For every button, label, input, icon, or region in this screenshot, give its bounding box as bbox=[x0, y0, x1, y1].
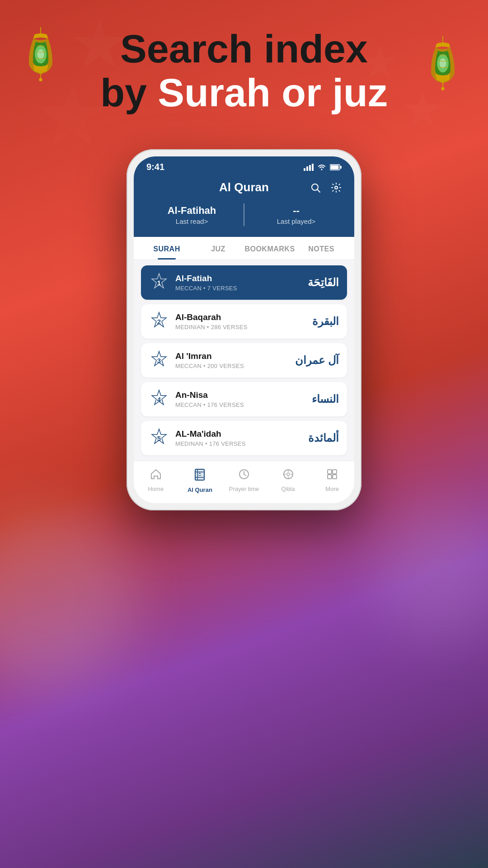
surah-meta-1: MECCAN • 7 VERSES bbox=[175, 285, 301, 292]
header-icons bbox=[308, 180, 343, 198]
nav-qibla[interactable]: Qibla bbox=[266, 466, 310, 496]
svg-rect-19 bbox=[306, 166, 308, 171]
svg-rect-34 bbox=[195, 469, 204, 480]
svg-point-28 bbox=[335, 186, 338, 189]
nav-qibla-label: Qibla bbox=[281, 486, 295, 492]
tab-surah[interactable]: SURAH bbox=[141, 237, 192, 259]
surah-number-text-5: 5 bbox=[157, 434, 161, 442]
svg-rect-40 bbox=[333, 470, 337, 474]
surah-number-text-1: 1 bbox=[157, 279, 161, 287]
last-read-label: Last read> bbox=[145, 217, 239, 225]
phone-frame: 9:41 bbox=[127, 149, 361, 510]
svg-rect-39 bbox=[328, 470, 332, 474]
svg-rect-41 bbox=[328, 475, 332, 479]
hero-title-line1: Search index bbox=[0, 27, 488, 71]
surah-info-5: AL-Ma'idah MEDINAN • 176 VERSES bbox=[175, 429, 302, 447]
surah-name-2: Al-Baqarah bbox=[175, 312, 306, 322]
phone-notch bbox=[210, 156, 278, 170]
surah-number-text-4: 4 bbox=[157, 396, 161, 403]
nav-home[interactable]: Home bbox=[134, 466, 178, 496]
surah-info-1: Al-Fatiah MECCAN • 7 VERSES bbox=[175, 274, 301, 292]
svg-rect-24 bbox=[331, 165, 339, 169]
last-read-bar: Al-Fatihah Last read> -- Last played> bbox=[145, 200, 343, 228]
svg-rect-20 bbox=[309, 165, 311, 171]
svg-point-38 bbox=[287, 473, 290, 476]
surah-number-5: 5 bbox=[149, 428, 169, 448]
svg-rect-18 bbox=[304, 168, 305, 171]
surah-number-text-2: 2 bbox=[157, 318, 161, 326]
app-title: Al Quran bbox=[219, 180, 269, 194]
prayer-time-icon bbox=[238, 468, 250, 483]
search-button[interactable] bbox=[308, 180, 323, 198]
surah-number-2: 2 bbox=[149, 311, 169, 331]
nav-home-label: Home bbox=[148, 486, 164, 492]
hero-text: Search index by Surah or juz bbox=[0, 27, 488, 115]
svg-rect-25 bbox=[340, 166, 342, 169]
more-icon bbox=[326, 468, 338, 483]
qibla-icon bbox=[282, 468, 294, 483]
surah-number-4: 4 bbox=[149, 389, 169, 409]
nav-al-quran-label: Al Quran bbox=[188, 486, 212, 493]
tab-bar: SURAH JUZ BOOKMARKS NOTES bbox=[134, 237, 354, 260]
surah-arabic-5: ألمائدة bbox=[308, 432, 339, 444]
surah-item-3[interactable]: 3 Al 'Imran MECCAN • 200 VERSES آل عمران bbox=[141, 343, 347, 377]
svg-point-22 bbox=[321, 169, 323, 170]
surah-item-1[interactable]: 1 Al-Fatiah MECCAN • 7 VERSES الفَاتِحَة bbox=[141, 265, 347, 300]
surah-info-4: An-Nisa MECCAN • 176 VERSES bbox=[175, 390, 305, 408]
phone-mockup: 9:41 bbox=[127, 149, 361, 510]
nav-prayer-time-label: Prayer time bbox=[229, 486, 259, 492]
surah-name-5: AL-Ma'idah bbox=[175, 429, 302, 439]
surah-item-4[interactable]: 4 An-Nisa MECCAN • 176 VERSES النساء bbox=[141, 382, 347, 416]
search-icon bbox=[310, 182, 321, 193]
nav-al-quran[interactable]: Al Quran bbox=[178, 466, 222, 496]
last-played-title: -- bbox=[249, 205, 343, 217]
surah-name-4: An-Nisa bbox=[175, 390, 305, 400]
surah-arabic-2: البقرة bbox=[312, 315, 339, 328]
battery-icon bbox=[330, 164, 342, 170]
svg-rect-21 bbox=[312, 164, 314, 171]
surah-meta-5: MEDINAN • 176 VERSES bbox=[175, 440, 302, 447]
status-time: 9:41 bbox=[146, 162, 164, 172]
surah-info-2: Al-Baqarah MEDINIAN • 286 VERSES bbox=[175, 312, 306, 330]
last-read-divider bbox=[244, 203, 244, 226]
phone-screen: 9:41 bbox=[134, 156, 354, 503]
surah-arabic-3: آل عمران bbox=[295, 354, 339, 367]
app-header-top: Al Quran bbox=[145, 180, 343, 200]
last-played-section[interactable]: -- Last played> bbox=[249, 205, 343, 225]
surah-arabic-1: الفَاتِحَة bbox=[308, 276, 339, 289]
svg-line-27 bbox=[317, 189, 320, 192]
last-played-label: Last played> bbox=[249, 217, 343, 225]
nav-prayer-time[interactable]: Prayer time bbox=[222, 466, 266, 496]
settings-button[interactable] bbox=[329, 180, 343, 198]
tab-notes[interactable]: NOTES bbox=[296, 237, 347, 259]
surah-list: 1 Al-Fatiah MECCAN • 7 VERSES الفَاتِحَة bbox=[134, 260, 354, 461]
bottom-nav: Home Al Quran bbox=[134, 461, 354, 503]
tab-juz[interactable]: JUZ bbox=[192, 237, 244, 259]
wifi-icon bbox=[317, 164, 326, 171]
surah-meta-3: MECCAN • 200 VERSES bbox=[175, 363, 289, 369]
hero-title-line2: by Surah or juz bbox=[0, 71, 488, 115]
al-quran-icon bbox=[193, 468, 206, 484]
svg-rect-42 bbox=[333, 475, 337, 479]
surah-name-3: Al 'Imran bbox=[175, 351, 289, 361]
surah-info-3: Al 'Imran MECCAN • 200 VERSES bbox=[175, 351, 289, 369]
nav-more[interactable]: More bbox=[310, 466, 354, 496]
settings-icon bbox=[331, 182, 342, 193]
nav-more-label: More bbox=[325, 486, 339, 492]
surah-item-2[interactable]: 2 Al-Baqarah MEDINIAN • 286 VERSES البقر… bbox=[141, 304, 347, 339]
hero-line2-normal: by bbox=[100, 70, 158, 115]
home-icon bbox=[150, 468, 162, 483]
last-read-title: Al-Fatihah bbox=[145, 205, 239, 217]
surah-item-5[interactable]: 5 AL-Ma'idah MEDINAN • 176 VERSES ألمائد… bbox=[141, 421, 347, 455]
app-header: Al Quran bbox=[134, 176, 354, 237]
surah-meta-4: MECCAN • 176 VERSES bbox=[175, 401, 305, 408]
status-icons bbox=[304, 164, 342, 171]
surah-number-1: 1 bbox=[149, 273, 169, 292]
tab-bookmarks[interactable]: BOOKMARKS bbox=[244, 237, 296, 259]
surah-number-3: 3 bbox=[149, 350, 169, 370]
signal-icon bbox=[304, 164, 314, 171]
surah-arabic-4: النساء bbox=[312, 393, 339, 406]
surah-name-1: Al-Fatiah bbox=[175, 274, 301, 283]
surah-meta-2: MEDINIAN • 286 VERSES bbox=[175, 324, 306, 330]
last-read-section[interactable]: Al-Fatihah Last read> bbox=[145, 205, 239, 225]
